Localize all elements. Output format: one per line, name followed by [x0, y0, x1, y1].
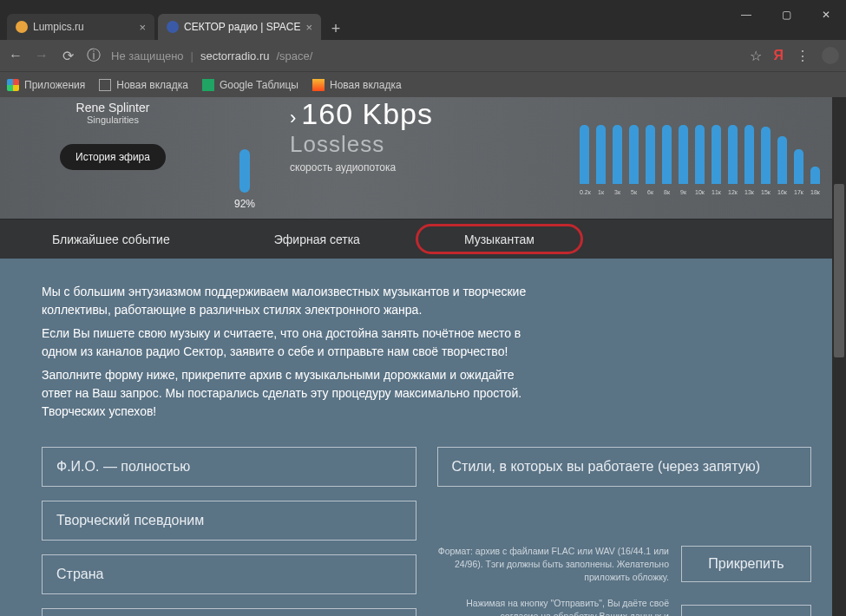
- buffer-bar: [239, 149, 250, 193]
- reload-icon[interactable]: ⟳: [59, 48, 76, 64]
- bitrate-caption: скорость аудиопотока: [290, 161, 433, 174]
- page-viewport: Rene Splinter Singularities История эфир…: [0, 97, 846, 616]
- info-icon[interactable]: ⓘ: [85, 47, 102, 65]
- eq-bar: [777, 136, 787, 184]
- now-playing: Rene Splinter Singularities: [26, 101, 200, 127]
- chevron-right-icon: ›: [290, 107, 296, 128]
- bookmarks-bar: Приложения Новая вкладка Google Таблицы …: [0, 71, 846, 97]
- intro-paragraph: Мы с большим энтузиазмом поддерживаем ма…: [42, 283, 528, 319]
- star-icon[interactable]: ☆: [750, 48, 762, 64]
- intro-text: Мы с большим энтузиазмом поддерживаем ма…: [42, 283, 528, 426]
- tab-musicians[interactable]: Музыкантам: [412, 220, 587, 259]
- url-box[interactable]: Не защищено | sectorradio.ru/space/: [111, 49, 741, 62]
- eq-labels: 0.2к 1к 3к 5к 6к 8к 9к 10к 11к 12к 13к 1…: [580, 189, 820, 195]
- country-field[interactable]: Страна: [42, 554, 416, 594]
- eq-bar: [712, 125, 721, 184]
- forward-icon[interactable]: →: [33, 48, 50, 63]
- bitrate-value: 160 Kbps: [301, 97, 433, 130]
- new-tab-button[interactable]: +: [325, 17, 347, 40]
- lossless-label: Lossless: [290, 131, 433, 158]
- menu-icon[interactable]: ⋮: [796, 48, 810, 64]
- hero-section: Rene Splinter Singularities История эфир…: [0, 97, 846, 219]
- apps-button[interactable]: Приложения: [7, 79, 85, 91]
- sheets-icon: [202, 79, 214, 91]
- titlebar: [0, 0, 846, 10]
- submit-hint: Нажимая на кнопку "Отправить", Вы даёте …: [437, 597, 670, 616]
- attach-button[interactable]: Прикрепить: [681, 546, 811, 582]
- scrollbar-track[interactable]: [832, 97, 846, 616]
- bookmark-item[interactable]: Новая вкладка: [99, 79, 188, 91]
- eq-bar: [662, 125, 672, 184]
- url-path: /space/: [276, 49, 312, 62]
- musicians-section: Мы с большим энтузиазмом поддерживаем ма…: [0, 259, 846, 616]
- eq-bar: [646, 125, 655, 184]
- window-minimize[interactable]: —: [726, 0, 766, 29]
- favicon: [167, 21, 179, 33]
- tab-schedule[interactable]: Эфирная сетка: [222, 220, 412, 259]
- eq-bar: [761, 127, 771, 184]
- attach-hint: Формат: архив с файлами FLAC или WAV (16…: [437, 545, 670, 583]
- alias-field[interactable]: Творческий псевдоним: [42, 501, 416, 541]
- eq-bar: [596, 125, 606, 184]
- eq-bar: [810, 167, 820, 184]
- track-name: Singularities: [26, 115, 200, 125]
- buffer-indicator: 92%: [234, 97, 255, 210]
- eq-bar: [728, 125, 738, 184]
- back-icon[interactable]: ←: [7, 48, 24, 63]
- tab-upcoming-event[interactable]: Ближайшее событие: [0, 220, 222, 259]
- submit-form: Ф.И.О. — полностью Творческий псевдоним …: [42, 447, 811, 616]
- equalizer: 0.2к 1к 3к 5к 6к 8к 9к 10к 11к 12к 13к 1…: [580, 97, 820, 195]
- tab-strip: Lumpics.ru × СЕКТОР радио | SPACE × +: [0, 10, 846, 40]
- submit-button[interactable]: Отправить: [681, 605, 811, 616]
- bookmark-item[interactable]: Новая вкладка: [312, 79, 402, 91]
- eq-bar: [744, 125, 754, 184]
- scrollbar-thumb[interactable]: [834, 184, 844, 357]
- intro-paragraph: Если Вы пишете свою музыку и считаете, ч…: [42, 324, 528, 361]
- browser-tab-lumpics[interactable]: Lumpics.ru ×: [7, 14, 154, 40]
- history-button[interactable]: История эфира: [60, 144, 166, 170]
- close-icon[interactable]: ×: [305, 21, 312, 34]
- window-controls: — ▢ ✕: [726, 0, 846, 29]
- page-icon: [312, 79, 325, 91]
- address-bar: ← → ⟳ ⓘ Не защищено | sectorradio.ru/spa…: [0, 40, 846, 71]
- eq-bar: [679, 125, 688, 184]
- page-icon: [99, 79, 111, 91]
- eq-bar: [695, 125, 705, 184]
- close-icon[interactable]: ×: [139, 21, 146, 34]
- window-maximize[interactable]: ▢: [766, 0, 806, 29]
- tab-title: Lumpics.ru: [33, 21, 84, 33]
- bookmark-item[interactable]: Google Таблицы: [202, 79, 298, 91]
- apps-icon: [7, 79, 19, 91]
- email-field[interactable]: Ваш e-mail: [42, 608, 416, 616]
- tab-title: СЕКТОР радио | SPACE: [184, 21, 300, 33]
- eq-bar: [613, 125, 622, 184]
- intro-paragraph: Заполните форму ниже, прикрепите архив с…: [42, 366, 528, 421]
- yandex-icon[interactable]: Я: [774, 48, 784, 63]
- section-tabs: Ближайшее событие Эфирная сетка Музыкант…: [0, 219, 846, 259]
- profile-avatar[interactable]: [822, 47, 839, 64]
- window-close[interactable]: ✕: [806, 0, 846, 29]
- buffer-percent: 92%: [234, 198, 255, 210]
- fullname-field[interactable]: Ф.И.О. — полностью: [42, 447, 416, 487]
- url-host: sectorradio.ru: [200, 49, 269, 62]
- not-secure-label: Не защищено: [111, 49, 184, 62]
- eq-bar: [794, 149, 803, 184]
- eq-bar: [580, 125, 589, 184]
- bitrate-block: ›160 Kbps Lossless скорость аудиопотока: [290, 97, 433, 174]
- styles-field[interactable]: Стили, в которых вы работаете (через зап…: [437, 447, 812, 487]
- eq-bar: [629, 125, 639, 184]
- browser-tab-sector[interactable]: СЕКТОР радио | SPACE ×: [158, 14, 321, 40]
- artist-name: Rene Splinter: [26, 101, 200, 115]
- favicon: [16, 21, 28, 33]
